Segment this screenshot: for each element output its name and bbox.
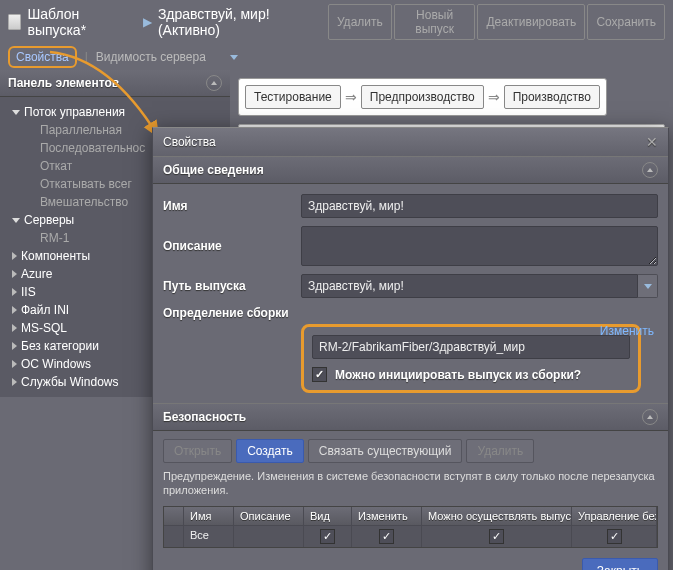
col-release[interactable]: Можно осуществлять выпуск [422, 507, 572, 526]
new-release-button[interactable]: Новый выпуск [394, 4, 476, 40]
arrow-icon: ⇒ [484, 89, 504, 105]
toolbox-title: Панель элементов [8, 76, 119, 90]
col-manage[interactable]: Управление без... [572, 507, 657, 526]
top-bar: Шаблон выпуска* ▶ Здравствуй, мир! (Акти… [0, 0, 673, 44]
col-name[interactable]: Имя [184, 507, 234, 526]
section-general[interactable]: Общие сведения [153, 156, 668, 184]
link-existing-button[interactable]: Связать существующий [308, 439, 463, 463]
section-security[interactable]: Безопасность [153, 403, 668, 431]
deactivate-button[interactable]: Деактивировать [477, 4, 585, 40]
perm-manage-checkbox[interactable]: ✓ [607, 529, 622, 544]
perm-edit-checkbox[interactable]: ✓ [379, 529, 394, 544]
tree-control-flow[interactable]: Поток управления [4, 103, 226, 121]
perm-release-checkbox[interactable]: ✓ [489, 529, 504, 544]
open-button[interactable]: Открыть [163, 439, 232, 463]
col-desc[interactable]: Описание [234, 507, 304, 526]
chevron-down-icon [230, 55, 238, 60]
arrow-icon: ⇒ [341, 89, 361, 105]
tab-server-visibility[interactable]: Видимость сервера [96, 50, 238, 64]
stage-prod[interactable]: Производство [504, 85, 600, 109]
collapse-icon[interactable] [642, 162, 658, 178]
delete-button[interactable]: Удалить [328, 4, 392, 40]
name-label: Имя [163, 199, 293, 213]
breadcrumb-template[interactable]: Шаблон выпуска* [27, 6, 136, 38]
stage-preprod[interactable]: Предпроизводство [361, 85, 484, 109]
stage-pipeline: Тестирование ⇒ Предпроизводство ⇒ Произв… [238, 78, 607, 116]
col-blank [164, 507, 184, 526]
build-definition-highlight: ✓ Можно инициировать выпуск из сборки? [301, 324, 641, 393]
build-def-label: Определение сборки [163, 306, 293, 320]
chevron-right-icon: ▶ [137, 15, 158, 29]
row-name: Все [184, 526, 234, 547]
document-icon [8, 14, 21, 30]
build-definition-input[interactable] [312, 335, 630, 359]
description-label: Описание [163, 239, 293, 253]
stage-testing[interactable]: Тестирование [245, 85, 341, 109]
col-edit[interactable]: Изменить [352, 507, 422, 526]
security-warning: Предупреждение. Изменения в системе безо… [153, 467, 668, 506]
sub-bar: Свойства | Видимость сервера [0, 44, 673, 70]
col-view[interactable]: Вид [304, 507, 352, 526]
security-grid: Имя Описание Вид Изменить Можно осуществ… [163, 506, 658, 548]
collapse-icon[interactable] [642, 409, 658, 425]
properties-dialog: Свойства ✕ Общие сведения Имя Описание П… [152, 127, 669, 570]
description-input[interactable] [301, 226, 658, 266]
save-button[interactable]: Сохранить [587, 4, 665, 40]
close-button[interactable]: Закрыть [582, 558, 658, 570]
security-row[interactable]: Все ✓ ✓ ✓ ✓ [164, 526, 657, 547]
tab-properties[interactable]: Свойства [8, 46, 77, 68]
create-button[interactable]: Создать [236, 439, 304, 463]
delete-security-button[interactable]: Удалить [466, 439, 534, 463]
name-input[interactable] [301, 194, 658, 218]
dialog-titlebar[interactable]: Свойства ✕ [153, 128, 668, 156]
trigger-from-build-checkbox[interactable]: ✓ [312, 367, 327, 382]
collapse-icon[interactable] [206, 75, 222, 91]
divider: | [85, 50, 88, 64]
release-path-select[interactable]: Здравствуй, мир! [301, 274, 638, 298]
release-path-label: Путь выпуска [163, 279, 293, 293]
change-link[interactable]: Изменить [600, 324, 654, 338]
dialog-title: Свойства [163, 135, 216, 149]
perm-view-checkbox[interactable]: ✓ [320, 529, 335, 544]
toolbox-header[interactable]: Панель элементов [0, 70, 230, 97]
breadcrumb-release[interactable]: Здравствуй, мир! (Активно) [158, 6, 328, 38]
dropdown-icon[interactable] [638, 274, 658, 298]
close-icon[interactable]: ✕ [646, 134, 658, 150]
tab-server-visibility-label: Видимость сервера [96, 50, 206, 64]
trigger-from-build-label: Можно инициировать выпуск из сборки? [335, 368, 581, 382]
